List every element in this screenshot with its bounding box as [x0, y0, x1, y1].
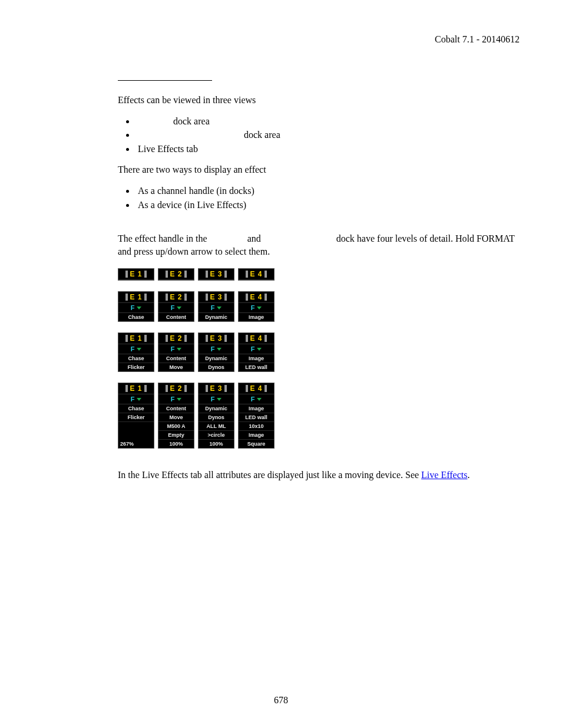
fx-tile-header: E 1 — [118, 333, 154, 344]
fx-cell: Chase — [118, 313, 154, 321]
bar-icon — [224, 294, 227, 301]
fx-tile-id: E 3 — [210, 292, 222, 302]
fx-tile-header: E 2 — [158, 383, 194, 394]
bar-icon — [265, 335, 267, 342]
fx-tile-header: E 3 — [199, 333, 234, 344]
fx-cell: Move — [158, 363, 194, 371]
bar-icon — [184, 335, 187, 342]
bar-icon — [125, 335, 128, 342]
fx-cell: Chase — [118, 404, 154, 413]
fx-tile-header: E 4 — [239, 269, 274, 280]
fx-tile-sub: F — [118, 394, 154, 404]
bar-icon — [246, 271, 248, 278]
list-item-text: As a channel handle (in docks) — [138, 186, 254, 196]
bar-icon — [144, 335, 147, 342]
list-item-text: Live Effects tab — [138, 144, 198, 154]
fx-tile-sub: F — [199, 344, 234, 354]
fx-tile-header: E 1 — [118, 292, 154, 303]
fx-tile-header: E 3 — [199, 292, 234, 303]
bar-icon — [246, 294, 248, 301]
fx-tile-sub: F — [199, 303, 234, 313]
bar-icon — [265, 271, 267, 278]
fx-tile-header: E 1 — [118, 383, 154, 394]
fx-tile: E 4FImageLED wall — [238, 332, 275, 372]
fx-cell: Dynos — [199, 413, 234, 422]
fx-tile-header: E 3 — [199, 269, 234, 280]
list-item: dock area — [135, 115, 520, 128]
fx-f-label: F — [211, 304, 215, 312]
fx-tile-id: E 2 — [170, 292, 182, 302]
bar-icon — [246, 385, 248, 392]
triangle-down-icon — [137, 398, 141, 401]
fx-cell: 267% — [118, 440, 154, 448]
fx-tile-sub: F — [239, 344, 274, 354]
bar-icon — [265, 385, 267, 392]
fx-f-label: F — [211, 395, 215, 404]
fx-tile-sub: F — [158, 394, 194, 404]
list-item: Live Effects tab — [135, 143, 520, 156]
bar-icon — [144, 294, 147, 301]
fx-tile-sub: F — [118, 344, 154, 354]
closing-paragraph: In the Live Effects tab all attributes a… — [118, 469, 520, 482]
triangle-down-icon — [217, 398, 222, 401]
fx-cell: 100% — [199, 440, 234, 448]
bar-icon — [224, 385, 227, 392]
fx-f-label: F — [131, 395, 135, 404]
fx-level-4: E 1FChaseFlicker267%E 2FContentMoveM500 … — [118, 383, 520, 449]
bar-icon — [224, 335, 227, 342]
fx-tile-id: E 3 — [210, 269, 222, 279]
fx-level-3: E 1FChaseFlickerE 2FContentMoveE 3FDynam… — [118, 332, 520, 372]
fx-tile: E 2 — [158, 268, 194, 281]
fx-tile-id: E 4 — [250, 269, 262, 279]
bar-icon — [206, 271, 208, 278]
fx-f-label: F — [171, 304, 175, 312]
fx-f-label: F — [171, 345, 175, 354]
fx-tile-sub: F — [239, 303, 274, 313]
fx-tile-id: E 2 — [170, 384, 182, 393]
fx-cell: Dynamic — [199, 354, 234, 363]
fx-cell: 100% — [158, 440, 194, 448]
triangle-down-icon — [217, 348, 222, 351]
fx-tile: E 4FImageLED wall10x10ImageSquare — [238, 383, 275, 449]
fx-f-label: F — [251, 395, 255, 404]
fx-tile-id: E 4 — [250, 384, 262, 393]
fx-f-label: F — [171, 395, 175, 404]
fx-cell: Image — [239, 404, 274, 413]
fx-tile-header: E 4 — [239, 333, 274, 344]
fx-f-label: F — [251, 304, 255, 312]
detail-paragraph: The effect handle in the and dock have f… — [118, 232, 520, 258]
fx-cell: Dynamic — [199, 404, 234, 413]
fx-tile-id: E 3 — [210, 384, 222, 393]
bar-icon — [206, 385, 208, 392]
fx-tile-id: E 1 — [130, 334, 142, 343]
fx-tile-sub: F — [118, 303, 154, 313]
fx-level-2: E 1FChaseE 2FContentE 3FDynamicE 4FImage — [118, 291, 520, 322]
fx-cell: Image — [239, 354, 274, 363]
fx-cell: Image — [239, 313, 274, 321]
closing-text-before: In the Live Effects tab all attributes a… — [118, 470, 421, 480]
triangle-down-icon — [257, 307, 262, 309]
fx-cell: Image — [239, 431, 274, 440]
fx-cell: Square — [239, 440, 274, 448]
fx-tile: E 3FDynamicDynos — [198, 332, 234, 372]
closing-text-after: . — [467, 470, 470, 480]
bar-icon — [224, 271, 227, 278]
bar-icon — [144, 385, 147, 392]
fx-cell: Empty — [158, 431, 194, 440]
detail-text-2: and — [247, 233, 261, 243]
bar-icon — [166, 385, 168, 392]
fx-cell: Dynos — [199, 363, 234, 371]
fx-tile-header: E 2 — [158, 292, 194, 303]
fx-tile: E 4 — [238, 268, 275, 281]
fx-cell: Move — [158, 413, 194, 422]
fx-cell: Flicker — [118, 363, 154, 371]
live-effects-link[interactable]: Live Effects — [421, 470, 467, 480]
fx-tile: E 4FImage — [238, 291, 275, 322]
content-area: Effects can be viewed in three views doc… — [118, 80, 520, 482]
fx-cell: Dynamic — [199, 313, 234, 321]
fx-tile: E 2FContentMove — [158, 332, 194, 372]
fx-cell: ALL ML — [199, 422, 234, 431]
bar-icon — [206, 335, 208, 342]
fx-tile-id: E 1 — [130, 269, 142, 279]
fx-cell: Flicker — [118, 413, 154, 422]
